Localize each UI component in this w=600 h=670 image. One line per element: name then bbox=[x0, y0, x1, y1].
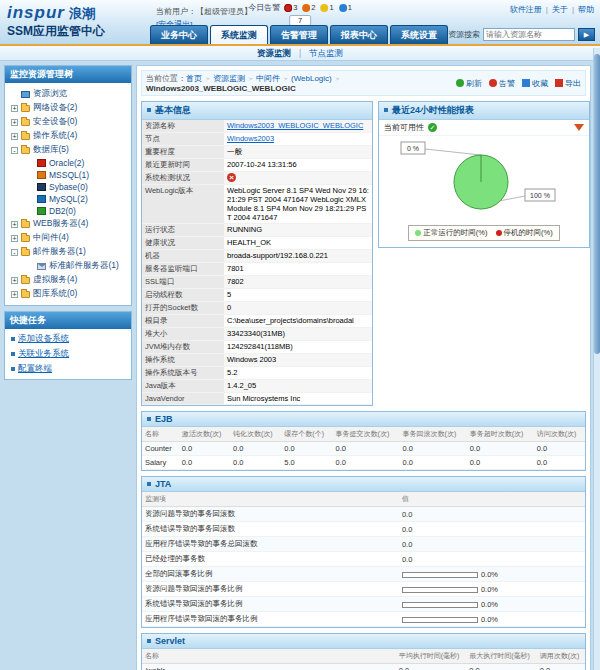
metric-label: 系统错误导致的事务回滚数 bbox=[142, 522, 399, 537]
metric-value: 0.0 bbox=[402, 525, 412, 534]
legend-item: 停机的时间(%) bbox=[496, 228, 553, 238]
header-link[interactable]: 帮助 bbox=[578, 4, 594, 15]
subnav-link[interactable]: 资源监测 bbox=[257, 48, 301, 58]
bullet-icon bbox=[11, 352, 15, 356]
quick-task-link[interactable]: 关联业务系统 bbox=[11, 348, 125, 360]
scrollbar-thumb[interactable] bbox=[594, 54, 600, 354]
tree-item[interactable]: + 安全设备(0) bbox=[7, 115, 129, 129]
nav-tab[interactable]: 报表中心 bbox=[330, 25, 388, 44]
jta-table: 监测项值 资源问题导致的事务回滚数0.0 系统错误导致的事务回滚数0.0 应用程… bbox=[142, 492, 585, 627]
sub-navigation: 资源监测节点监测 bbox=[0, 46, 600, 61]
alarm-severity-item: 3 bbox=[284, 3, 297, 12]
info-value: RUNNING bbox=[227, 225, 262, 234]
value-cell: 0.0 bbox=[333, 442, 400, 456]
metric-label: 系统错误导致回滚的事务比例 bbox=[142, 597, 399, 612]
search-input[interactable] bbox=[483, 28, 575, 41]
jta-section: JTA 监测项值 资源问题导致的事务回滚数0.0 系统错误导致的事务回滚数0.0… bbox=[141, 476, 586, 628]
action-button[interactable]: 导出 bbox=[555, 78, 581, 89]
column-header: 访问次数(次) bbox=[534, 427, 585, 442]
breadcrumb-item[interactable]: 首页 bbox=[186, 74, 213, 83]
tree-item[interactable]: Oracle(2) bbox=[7, 157, 129, 169]
tree-item[interactable]: - 数据库(5) bbox=[7, 143, 129, 157]
metric-label: 应用程序错误导致的事务总回滚数 bbox=[142, 537, 399, 552]
info-row: 健康状况HEALTH_OK bbox=[142, 237, 372, 250]
tree-item[interactable]: + 网络设备(2) bbox=[7, 101, 129, 115]
alarm-severity-icon bbox=[321, 4, 329, 12]
alarm-count: 2 bbox=[311, 3, 315, 12]
tree-item[interactable]: 资源浏览 bbox=[7, 87, 129, 101]
header-link[interactable]: 关于 bbox=[552, 4, 574, 15]
info-value: Windows 2003 bbox=[227, 355, 276, 364]
legend-label: 停机的时间(%) bbox=[504, 228, 553, 238]
subnav-link[interactable]: 节点监测 bbox=[309, 48, 343, 58]
search-label: 资源搜索 bbox=[448, 29, 480, 40]
breadcrumb-item[interactable]: (WebLogic) bbox=[291, 74, 343, 83]
tree-item[interactable]: MySQL(2) bbox=[7, 193, 129, 205]
tree-item[interactable]: Sybase(0) bbox=[7, 181, 129, 193]
tree-toggle-icon[interactable]: + bbox=[11, 235, 18, 242]
tree-toggle-icon[interactable]: - bbox=[11, 147, 18, 154]
nav-tab[interactable]: 告警管理 bbox=[270, 25, 328, 44]
breadcrumb-item[interactable]: 中间件 bbox=[256, 74, 291, 83]
info-label: 系统检测状况 bbox=[142, 172, 224, 185]
tree-toggle-icon[interactable]: + bbox=[11, 277, 18, 284]
scrollbar[interactable] bbox=[593, 48, 600, 670]
alarm-label: 今日告警 bbox=[248, 3, 280, 12]
nav-tab[interactable]: 业务中心 bbox=[150, 25, 208, 44]
tree-toggle-icon[interactable]: - bbox=[11, 249, 18, 256]
performance-report-panel: 最近24小时性能报表 当前可用性 0 % bbox=[378, 101, 590, 248]
info-value: 124292841(118MB) bbox=[227, 342, 293, 351]
filter-icon[interactable] bbox=[574, 124, 584, 131]
tree-toggle-icon[interactable]: + bbox=[11, 221, 18, 228]
info-row: SSL端口7802 bbox=[142, 276, 372, 289]
ejb-section-title: EJB bbox=[142, 412, 585, 427]
column-header: 钝化次数(次) bbox=[230, 427, 281, 442]
availability-ok-icon bbox=[428, 123, 437, 132]
table-row: 资源问题导致回滚的事务比例0.0% bbox=[142, 582, 585, 597]
tree-item[interactable]: + WEB服务器(4) bbox=[7, 217, 129, 231]
tree-toggle-icon[interactable]: + bbox=[11, 119, 18, 126]
tree-toggle-icon[interactable]: + bbox=[11, 105, 18, 112]
tree-toggle-icon[interactable]: + bbox=[11, 133, 18, 140]
tree-node-icon bbox=[37, 263, 46, 270]
pie-chart-area: 0 % 100 % bbox=[379, 136, 589, 224]
info-value[interactable]: Windows2003_WEBLOGIC_WEBLOGIC bbox=[227, 121, 363, 130]
quick-task-link[interactable]: 添加设备系统 bbox=[11, 333, 125, 345]
quick-task-link[interactable]: 配置终端 bbox=[11, 363, 125, 375]
breadcrumb-item[interactable]: Windows2003_WEBLOGIC_WEBLOGIC bbox=[146, 84, 296, 93]
action-button[interactable]: 告警 bbox=[489, 78, 515, 89]
breadcrumb-item[interactable]: 资源监测 bbox=[213, 74, 256, 83]
progress-bar bbox=[402, 587, 478, 593]
action-button[interactable]: 刷新 bbox=[456, 78, 482, 89]
action-label: 导出 bbox=[565, 78, 581, 89]
tree-item[interactable]: + 图库系统(0) bbox=[7, 287, 129, 301]
app-window: inspur浪潮 SSM应用监管中心 当前用户：【超级管理员】 [安全退出] 今… bbox=[0, 0, 600, 670]
tree-toggle-icon[interactable]: + bbox=[11, 291, 18, 298]
tree-node-icon bbox=[21, 119, 30, 126]
logo-text-cn: 浪潮 bbox=[69, 6, 95, 21]
tree-item[interactable]: - 邮件服务器(1) bbox=[7, 245, 129, 259]
tree-item[interactable]: DB2(0) bbox=[7, 205, 129, 217]
action-button[interactable]: 收藏 bbox=[522, 78, 548, 89]
tree-item[interactable]: 标准邮件服务器(1) bbox=[7, 259, 129, 273]
report-panel-title: 最近24小时性能报表 bbox=[379, 102, 589, 120]
info-row: 重要程度一般 bbox=[142, 146, 372, 159]
nav-tab[interactable]: 系统设置 bbox=[390, 25, 448, 44]
tree-item[interactable]: + 中间件(4) bbox=[7, 231, 129, 245]
info-value[interactable]: Windows2003 bbox=[227, 134, 274, 143]
availability-row: 当前可用性 bbox=[379, 120, 589, 136]
tree-node-label: Oracle(2) bbox=[49, 158, 84, 168]
tree-item[interactable]: + 虚拟服务(4) bbox=[7, 273, 129, 287]
tree-node-icon bbox=[21, 105, 30, 112]
search-button[interactable]: ▶ bbox=[578, 28, 595, 41]
jta-section-title: JTA bbox=[142, 477, 585, 492]
tree-node-icon bbox=[21, 133, 30, 140]
tree-item[interactable]: + 操作系统(4) bbox=[7, 129, 129, 143]
info-row: 打开的Socket数0 bbox=[142, 302, 372, 315]
tree-node-icon bbox=[21, 147, 30, 154]
info-row: 运行状态RUNNING bbox=[142, 224, 372, 237]
nav-tab[interactable]: 系统监测 bbox=[210, 25, 268, 44]
info-row: 根目录C:\bea\user_projects\domains\broadal bbox=[142, 315, 372, 328]
tree-item[interactable]: MSSQL(1) bbox=[7, 169, 129, 181]
header-link[interactable]: 软件注册 bbox=[510, 4, 548, 15]
